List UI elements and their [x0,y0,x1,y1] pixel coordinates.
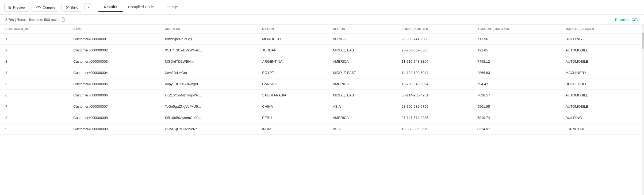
cell-region: AMERICA [328,78,396,90]
build-icon: ⚒ [66,5,69,9]
cell-phone-number: 25-989-741-2988 [396,33,472,45]
build-label: Build [71,5,78,9]
cell-name: Customer#000000006 [68,90,159,101]
status-bar: 5.78s | Results limited to 500 rows. ? D… [0,15,644,25]
table-icon: ⊞ [8,5,11,9]
cell-customer-id: 9 [0,123,68,135]
cell-address: IVhzIApeRb ot,c,E [159,33,257,45]
col-phone-number: PHONE_NUMBER [396,25,472,33]
cell-phone-number: 18-338-906-3675 [396,123,472,135]
cell-customer-id: 1 [0,33,68,45]
tab-lineage[interactable]: Lineage [159,3,183,12]
cell-account-balance: 7638.57 [472,90,560,101]
cell-region: MIDDLE EAST [328,45,396,56]
cell-name: Customer#000000003 [68,56,159,67]
tabs: Results Compiled Code Lineage [98,3,183,12]
cell-nation: PERU [257,112,327,123]
status-text: 5.78s | Results limited to 500 rows. [5,18,59,22]
preview-label: Preview [13,5,25,9]
table-row: 6Customer#000000006sKZz0CsnMD7mp4Xd...SA… [0,90,644,101]
help-icon[interactable]: ? [61,17,65,22]
table-row: 8Customer#000000008I0B10bB0AymmC, 0P...P… [0,112,644,123]
results-table: CUSTOMER_ID NAME ADDRESS NATION REGION P… [0,25,644,135]
cell-market-segment: AUTOMOBILE [560,45,644,56]
cell-market-segment: MACHINERY [560,67,644,78]
tab-compiled-code[interactable]: Compiled Code [123,3,159,12]
cell-name: Customer#000000004 [68,67,159,78]
scrollbar-track [642,25,644,195]
cell-nation: JORDAN [257,45,327,56]
table-row: 9Customer#000000009xKiAFTjUsCuxfeleNq...… [0,123,644,135]
table-row: 5Customer#000000005KvpyuHCplrB84WgAi...C… [0,78,644,90]
cell-nation: CHINA [257,101,327,112]
cell-account-balance: 2866.83 [472,67,560,78]
cell-account-balance: 794.47 [472,78,560,90]
cell-customer-id: 7 [0,101,68,112]
cell-customer-id: 5 [0,78,68,90]
cell-account-balance: 7498.12 [472,56,560,67]
cell-address: XxVSJsLAGtn [159,67,257,78]
col-nation: NATION [257,25,327,33]
page-wrapper: ⊞ Preview </> Compile ⚒ Build ▾ Results … [0,0,644,195]
download-csv-link[interactable]: Download CSV [615,18,639,22]
preview-button[interactable]: ⊞ Preview [4,3,29,12]
cell-phone-number: 30-114-968-4951 [396,90,472,101]
cell-name: Customer#000000001 [68,33,159,45]
cell-phone-number: 23-768-687-3665 [396,45,472,56]
cell-market-segment: HOUSEHOLD [560,78,644,90]
cell-region: ASIA [328,101,396,112]
cell-nation: MOROCCO [257,33,327,45]
cell-customer-id: 6 [0,90,68,101]
cell-account-balance: 121.65 [472,45,560,56]
cell-nation: ARGENTINA [257,56,327,67]
cell-name: Customer#000000009 [68,123,159,135]
cell-nation: EGYPT [257,67,327,78]
cell-market-segment: AUTOMOBILE [560,101,644,112]
cell-nation: INDIA [257,123,327,135]
cell-market-segment: BUILDING [560,33,644,45]
cell-name: Customer#000000008 [68,112,159,123]
cell-name: Customer#000000002 [68,45,159,56]
scrollbar-thumb[interactable] [642,33,644,49]
cell-nation: SAUDI ARABIA [257,90,327,101]
cell-market-segment: AUTOMOBILE [560,90,644,101]
compile-label: Compile [43,5,56,9]
cell-phone-number: 14-128-190-5944 [396,67,472,78]
table-row: 2Customer#000000002XSTf4,NCwDVaWNe6...JO… [0,45,644,56]
cell-address: KvpyuHCplrB84WgAi... [159,78,257,90]
cell-address: TcGe5gaZNgVePxU5... [159,101,257,112]
cell-customer-id: 3 [0,56,68,67]
cell-region: AMERICA [328,112,396,123]
table-container[interactable]: CUSTOMER_ID NAME ADDRESS NATION REGION P… [0,25,644,195]
col-customer-id: CUSTOMER_ID [0,25,68,33]
col-name: NAME [68,25,159,33]
cell-market-segment: AUTOMOBILE [560,56,644,67]
cell-account-balance: 711.56 [472,33,560,45]
cell-customer-id: 8 [0,112,68,123]
build-button[interactable]: ⚒ Build [62,3,82,12]
cell-address: XSTf4,NCwDVaWNe6... [159,45,257,56]
cell-name: Customer#000000007 [68,101,159,112]
cell-address: xKiAFTjUsCuxfeleNq... [159,123,257,135]
cell-region: AMERICA [328,56,396,67]
cell-account-balance: 9561.95 [472,101,560,112]
col-account-balance: ACCOUNT_BALANCE [472,25,560,33]
table-row: 1Customer#000000001IVhzIApeRb ot,c,EMORO… [0,33,644,45]
col-address: ADDRESS [159,25,257,33]
compile-button[interactable]: </> Compile [32,3,59,12]
cell-account-balance: 8324.07 [472,123,560,135]
cell-address: I0B10bB0AymmC, 0P... [159,112,257,123]
col-region: REGION [328,25,396,33]
tab-results[interactable]: Results [98,3,123,12]
cell-phone-number: 13-750-942-6364 [396,78,472,90]
dropdown-button[interactable]: ▾ [85,3,92,11]
cell-region: MIDDLE EAST [328,90,396,101]
code-icon: </> [36,5,41,9]
cell-address: MG9kdTD2WBHm [159,56,257,67]
cell-region: ASIA [328,123,396,135]
status-left: 5.78s | Results limited to 500 rows. ? [5,17,65,22]
cell-market-segment: BUILDING [560,112,644,123]
table-body: 1Customer#000000001IVhzIApeRb ot,c,EMORO… [0,33,644,135]
toolbar: ⊞ Preview </> Compile ⚒ Build ▾ Results … [0,0,644,15]
table-row: 7Customer#000000007TcGe5gaZNgVePxU5...CH… [0,101,644,112]
